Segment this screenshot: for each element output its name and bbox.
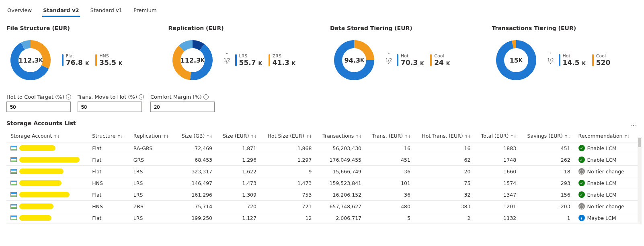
cell-replication: LRS bbox=[129, 212, 175, 224]
tab-bar: OverviewStandard v2Standard v1Premium bbox=[6, 5, 638, 17]
storage-accounts-table: Storage Account↑↓Structure↑↓Replication↑… bbox=[6, 130, 638, 224]
cell-hot-size-eur: 12 bbox=[260, 212, 316, 224]
table-row[interactable]: Flat LRS 323,317 1,622 9 15,666,749 36 2… bbox=[6, 166, 638, 177]
legend-label: Cool bbox=[434, 53, 450, 59]
legend-value: 24 K bbox=[434, 59, 450, 67]
legend-item-0-1: HNS 35.5 K bbox=[95, 53, 122, 67]
sort-arrows-icon: ↑↓ bbox=[509, 134, 516, 138]
inputs-row: Hot to Cool Target (%) i Trans. Move to … bbox=[6, 94, 638, 112]
table-row[interactable]: HNS LRS 146,497 1,473 1,473 159,523,841 … bbox=[6, 177, 638, 189]
cell-savings-eur: -18 bbox=[520, 166, 574, 177]
cell-size-gb: 68,453 bbox=[175, 154, 216, 166]
tab-overview[interactable]: Overview bbox=[6, 5, 33, 17]
column-header-10[interactable]: Savings (EUR)↑↓ bbox=[520, 130, 574, 142]
column-header-0[interactable]: Storage Account↑↓ bbox=[6, 130, 88, 142]
table-row[interactable]: Flat RA-GRS 72,469 1,871 1,868 56,203,43… bbox=[6, 142, 638, 154]
column-header-3[interactable]: Size (GB)↑↓ bbox=[175, 130, 216, 142]
donut-chart[interactable]: 15K bbox=[492, 36, 540, 84]
column-header-7[interactable]: Trans. (EUR)↑↓ bbox=[365, 130, 414, 142]
chevron-down-icon[interactable]: ˅ bbox=[388, 62, 390, 68]
info-icon[interactable]: i bbox=[139, 94, 144, 100]
tab-standard-v2[interactable]: Standard v2 bbox=[42, 5, 80, 17]
sort-arrows-icon: ↑↓ bbox=[622, 134, 630, 138]
sort-arrows-icon: ↑↓ bbox=[403, 134, 410, 138]
legend-value: 70.3 K bbox=[401, 59, 424, 67]
table-row[interactable]: Flat LRS 161,296 1,309 753 16,206,152 36… bbox=[6, 189, 638, 201]
legend-value: 14.5 K bbox=[563, 59, 586, 67]
chart-title: Data Stored Tiering (EUR) bbox=[330, 25, 476, 31]
legend-label: Hot bbox=[401, 53, 424, 59]
info-icon[interactable]: i bbox=[66, 94, 71, 100]
chevron-up-icon[interactable]: ˄ bbox=[388, 53, 390, 58]
chevron-up-icon[interactable]: ˄ bbox=[549, 53, 552, 58]
tab-premium[interactable]: Premium bbox=[133, 5, 158, 17]
cell-size-eur: 1,127 bbox=[216, 212, 260, 224]
column-header-5[interactable]: Hot Size (EUR)↑↓ bbox=[260, 130, 316, 142]
cell-size-gb: 323,317 bbox=[175, 166, 216, 177]
storage-account-icon bbox=[10, 181, 17, 185]
cell-replication: ZRS bbox=[129, 201, 175, 212]
recommendation-text: Enable LCM bbox=[587, 145, 617, 151]
donut-chart[interactable]: 112.3K bbox=[168, 36, 217, 84]
chevron-down-icon[interactable]: ˅ bbox=[549, 62, 552, 68]
input-1[interactable] bbox=[78, 102, 142, 112]
column-header-9[interactable]: Total (EUR)↑↓ bbox=[474, 130, 520, 142]
cell-replication: LRS bbox=[129, 189, 175, 201]
cell-size-gb: 161,296 bbox=[175, 189, 216, 201]
input-0[interactable] bbox=[6, 102, 71, 112]
cell-transactions: 15,666,749 bbox=[316, 166, 365, 177]
cell-trans-eur: 5 bbox=[365, 212, 414, 224]
sort-arrows-icon: ↑↓ bbox=[161, 134, 169, 138]
column-header-6[interactable]: Transactions↑↓ bbox=[316, 130, 365, 142]
tab-standard-v1[interactable]: Standard v1 bbox=[90, 5, 123, 17]
more-menu-icon[interactable]: ⋯ bbox=[630, 121, 638, 129]
donut-center-value: 112.3K bbox=[168, 36, 217, 84]
cell-size-eur: 1,622 bbox=[216, 166, 260, 177]
info-icon[interactable]: i bbox=[203, 94, 209, 100]
legend-value: 76.8 K bbox=[66, 59, 89, 67]
column-header-1[interactable]: Structure↑↓ bbox=[88, 130, 129, 142]
donut-chart[interactable]: 112.3K bbox=[6, 36, 55, 84]
cell-structure: Flat bbox=[88, 154, 129, 166]
cell-structure: HNS bbox=[88, 177, 129, 189]
table-row[interactable]: Flat LRS 199,250 1,127 12 2,006,717 5 2 … bbox=[6, 212, 638, 224]
recommendation-info-icon: i bbox=[578, 215, 585, 221]
recommendation-text: No tier change bbox=[587, 169, 624, 175]
input-label-1: Trans. Move to Hot (%) i bbox=[78, 94, 144, 100]
column-header-4[interactable]: Size (EUR)↑↓ bbox=[216, 130, 260, 142]
recommendation-none-icon: ◯ bbox=[578, 203, 585, 209]
sort-arrows-icon: ↑↓ bbox=[354, 134, 361, 138]
cell-hot-trans-eur: 2 bbox=[414, 212, 474, 224]
table-row[interactable]: Flat GRS 68,453 1,296 1,297 176,049,455 … bbox=[6, 154, 638, 166]
cell-account bbox=[6, 142, 88, 154]
cell-savings-eur: 262 bbox=[520, 154, 574, 166]
donut-chart[interactable]: 94.3K bbox=[330, 36, 378, 84]
cell-hot-size-eur: 9 bbox=[260, 166, 316, 177]
vertical-scrollbar[interactable] bbox=[638, 137, 642, 224]
vertical-scrollbar-thumb[interactable] bbox=[638, 138, 641, 147]
column-header-8[interactable]: Hot Trans. (EUR)↑↓ bbox=[414, 130, 474, 142]
cell-size-gb: 75,714 bbox=[175, 201, 216, 212]
cell-size-gb: 199,250 bbox=[175, 212, 216, 224]
cell-savings-eur: 451 bbox=[520, 142, 574, 154]
legend-color-bar bbox=[430, 54, 432, 66]
legend-item-2-0: Hot 70.3 K bbox=[397, 53, 424, 67]
table-row[interactable]: HNS ZRS 75,714 720 721 657,748,627 480 3… bbox=[6, 201, 638, 212]
legend-item-1-0: LRS 55.7 K bbox=[235, 53, 262, 67]
chevron-down-icon[interactable]: ˅ bbox=[226, 62, 228, 68]
input-2[interactable] bbox=[150, 102, 215, 112]
column-header-2[interactable]: Replication↑↓ bbox=[129, 130, 175, 142]
cell-total-eur: 1132 bbox=[474, 212, 520, 224]
recommendation-text: Enable LCM bbox=[587, 192, 617, 198]
cell-trans-eur: 451 bbox=[365, 154, 414, 166]
column-header-11[interactable]: Recommendation↑↓ bbox=[574, 130, 638, 142]
chevron-up-icon[interactable]: ˄ bbox=[226, 53, 228, 58]
cell-replication: RA-GRS bbox=[129, 142, 175, 154]
chart-1: Replication (EUR) 112.3K ˄ 1/2 ˅ LRS 55.… bbox=[168, 25, 314, 84]
legend-pager: ˄ 1/2 ˅ bbox=[224, 53, 230, 68]
legend-color-bar bbox=[95, 54, 97, 66]
cell-size-gb: 72,469 bbox=[175, 142, 216, 154]
cell-size-eur: 1,473 bbox=[216, 177, 260, 189]
cell-hot-size-eur: 753 bbox=[260, 189, 316, 201]
redacted-name bbox=[19, 157, 80, 163]
